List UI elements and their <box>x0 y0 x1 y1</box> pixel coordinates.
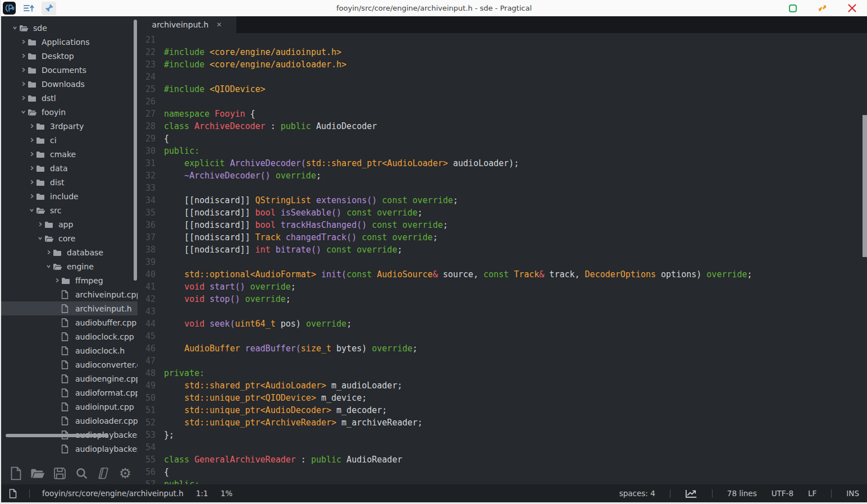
tree-item-audioloader-cpp[interactable]: audioloader.cpp <box>1 414 138 428</box>
tree-item-3rdparty[interactable]: 3rdparty <box>1 119 138 133</box>
code-line: 24 <box>138 72 867 84</box>
tree-item-audioengine-cpp[interactable]: audioengine.cpp <box>1 372 138 386</box>
line-number: 47 <box>138 356 156 368</box>
chevron-right-icon[interactable] <box>19 81 28 86</box>
chevron-right-icon[interactable] <box>27 123 36 129</box>
code-line: 26 <box>138 97 867 109</box>
tree-item-dstl[interactable]: dstl <box>1 91 138 105</box>
file-icon <box>61 290 71 299</box>
titlebar[interactable]: fooyin/src/core/engine/archiveinput.h - … <box>1 0 867 16</box>
tree-item-archiveinput-cpp[interactable]: archiveinput.cpp <box>1 287 138 301</box>
tree-item-label: 3rdparty <box>50 122 84 131</box>
tree-item-data[interactable]: data <box>1 161 138 175</box>
tree-item-ci[interactable]: ci <box>1 133 138 147</box>
tree-item-applications[interactable]: Applications <box>1 35 138 49</box>
open-folder-icon[interactable] <box>30 466 45 480</box>
line-number: 33 <box>138 183 156 195</box>
chevron-right-icon[interactable] <box>27 166 36 171</box>
chevron-right-icon[interactable] <box>44 250 53 255</box>
chevron-right-icon[interactable] <box>19 95 28 100</box>
line-number: 50 <box>138 393 156 405</box>
chevron-right-icon[interactable] <box>27 180 36 185</box>
restore-icon[interactable] <box>818 4 827 12</box>
status-separator <box>712 489 713 498</box>
tree-item-label: dist <box>50 178 65 187</box>
chevron-right-icon[interactable] <box>35 222 44 227</box>
tab-close-icon[interactable]: ✕ <box>216 21 222 29</box>
tree-item-dist[interactable]: dist <box>1 175 138 189</box>
tree-item-sde[interactable]: sde <box>1 21 138 35</box>
scroll-to-top-icon[interactable] <box>21 2 36 15</box>
tree-item-database[interactable]: database <box>1 245 138 259</box>
tree-item-audioformat-cpp[interactable]: audioformat.cpp <box>1 386 138 400</box>
tree-vertical-scrollbar[interactable] <box>134 20 137 281</box>
chevron-down-icon[interactable] <box>10 25 19 30</box>
tree-item-fooyin[interactable]: fooyin <box>1 105 138 119</box>
code-text: }; <box>164 430 174 442</box>
tree-item-documents[interactable]: Documents <box>1 63 138 77</box>
tree-item-downloads[interactable]: Downloads <box>1 77 138 91</box>
chevron-right-icon[interactable] <box>52 278 61 283</box>
tree-item-ffmpeg[interactable]: ffmpeg <box>1 273 138 287</box>
chevron-down-icon[interactable] <box>27 208 36 213</box>
tree-item-core[interactable]: core <box>1 231 138 245</box>
tree-item-label: core <box>58 234 75 243</box>
tree-item-src[interactable]: src <box>1 203 138 217</box>
chevron-right-icon[interactable] <box>27 138 36 143</box>
search-icon[interactable] <box>74 466 89 480</box>
tree-item-audioclock-cpp[interactable]: audioclock.cpp <box>1 329 138 343</box>
tree-item-audioplaybacken[interactable]: audioplaybacken <box>1 442 138 456</box>
tree-item-audioinput-cpp[interactable]: audioinput.cpp <box>1 400 138 414</box>
code-line: 29{ <box>138 134 867 146</box>
tree-item-label: Downloads <box>42 80 85 89</box>
chevron-right-icon[interactable] <box>27 194 36 199</box>
code-editor[interactable]: 2122#include <core/engine/audioinput.h>2… <box>138 33 867 484</box>
code-text: explicit ArchiveDecoder(std::shared_ptr<… <box>164 158 519 171</box>
status-line-ending[interactable]: LF <box>808 489 816 498</box>
code-text: #include <QIODevice> <box>164 84 266 97</box>
chevron-down-icon[interactable] <box>19 109 28 114</box>
tree-item-label: audioformat.cpp <box>75 388 138 397</box>
status-file-path: fooyin/src/core/engine/archiveinput.h <box>42 489 184 498</box>
file-tree[interactable]: sdeApplicationsDesktopDocumentsDownloads… <box>1 16 138 462</box>
folder-icon <box>36 122 45 130</box>
chevron-down-icon[interactable] <box>35 236 44 241</box>
tab-archiveinput-h[interactable]: archiveinput.h ✕ <box>138 16 236 33</box>
chevron-right-icon[interactable] <box>19 39 28 44</box>
line-graph-icon[interactable] <box>685 489 697 498</box>
code-line: 31 explicit ArchiveDecoder(std::shared_p… <box>138 158 867 171</box>
tree-item-audioclock-h[interactable]: audioclock.h <box>1 343 138 358</box>
pin-icon[interactable] <box>42 2 56 15</box>
new-file-icon[interactable] <box>8 466 23 480</box>
status-insert-mode[interactable]: INS <box>846 489 859 498</box>
settings-gear-icon[interactable]: ⚙ <box>118 466 133 480</box>
file-icon <box>61 346 71 355</box>
tree-item-audioconverter-c[interactable]: audioconverter.c <box>1 358 138 372</box>
tree-item-engine[interactable]: engine <box>1 259 138 273</box>
line-number: 26 <box>138 97 156 109</box>
tree-item-include[interactable]: include <box>1 189 138 203</box>
chevron-right-icon[interactable] <box>19 53 28 58</box>
tree-horizontal-scrollbar[interactable] <box>6 434 108 437</box>
tree-item-audiobuffer-cpp[interactable]: audiobuffer.cpp <box>1 315 138 329</box>
tree-item-cmake[interactable]: cmake <box>1 147 138 161</box>
chevron-right-icon[interactable] <box>27 152 36 157</box>
status-indent-mode[interactable]: spaces: 4 <box>619 489 655 498</box>
maximize-icon[interactable] <box>788 4 797 13</box>
tree-item-app[interactable]: app <box>1 217 138 231</box>
file-icon <box>61 318 71 327</box>
close-icon[interactable] <box>847 3 857 13</box>
code-text: #include <core/engine/audioinput.h> <box>164 47 341 59</box>
chevron-right-icon[interactable] <box>19 67 28 72</box>
chevron-down-icon[interactable] <box>44 264 53 269</box>
docs-icon[interactable] <box>96 466 111 480</box>
sidebar-toolbar: ⚙ <box>1 462 138 484</box>
code-line: 53}; <box>138 430 867 442</box>
code-text: [[nodiscard]] int bitrate() const overri… <box>164 245 402 257</box>
editor-vertical-scrollbar[interactable] <box>863 115 867 257</box>
save-icon[interactable] <box>52 466 67 480</box>
line-number: 54 <box>138 442 156 455</box>
tree-item-archiveinput-h[interactable]: archiveinput.h <box>1 301 138 315</box>
tree-item-desktop[interactable]: Desktop <box>1 49 138 63</box>
tree-item-label: include <box>50 192 79 201</box>
